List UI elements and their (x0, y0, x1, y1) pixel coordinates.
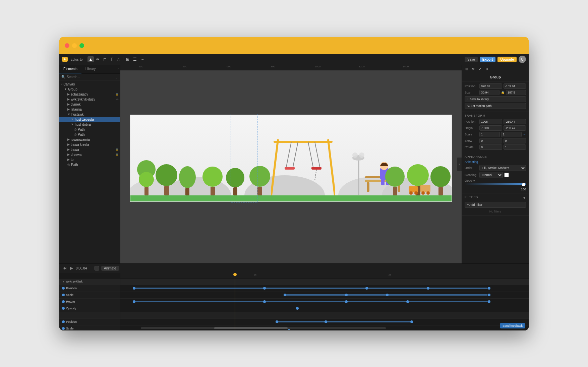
set-motion-btn[interactable]: ↝ Set motion path (465, 103, 526, 109)
shape-tool[interactable]: ◻ (102, 56, 108, 62)
tl-kf[interactable] (406, 300, 409, 303)
layer-path1[interactable]: ◎ Path (59, 127, 120, 132)
tree-4 (202, 167, 223, 195)
transform-tool[interactable]: ⊞ (125, 56, 131, 62)
more-tool[interactable]: ⋯ (139, 56, 146, 62)
layer-dymek[interactable]: ▶ dymek (59, 102, 120, 107)
add-filter-btn[interactable]: + Add Filter (465, 202, 526, 208)
minimize-button[interactable] (72, 43, 77, 48)
tl-kf[interactable] (386, 294, 389, 296)
send-feedback-btn[interactable]: Send feedback (500, 323, 525, 328)
layer-path2[interactable]: ◎ Path (59, 132, 120, 137)
t-pos-x[interactable]: 1008 (479, 119, 502, 124)
tl-kf[interactable] (410, 320, 413, 323)
ruler-horizontal: 200 400 600 800 1000 1200 1400 (120, 65, 462, 70)
timeline-loop-icon[interactable] (95, 266, 99, 270)
layer-latarnia[interactable]: ▶ latarnia (59, 107, 120, 112)
pos-x-value[interactable]: 970.07 (479, 83, 502, 89)
scale-x[interactable]: 1 (479, 132, 500, 137)
canvas-area[interactable]: 200 400 600 800 1000 1200 1400 (120, 65, 462, 263)
tl-kf[interactable] (488, 287, 490, 290)
svg-line-11 (308, 142, 313, 167)
layer-zglaszajacy[interactable]: ▶ zglaszajacy 🔒 (59, 92, 120, 97)
tl-kf[interactable] (263, 287, 266, 290)
size-h-value[interactable]: 187.5 (506, 90, 526, 95)
layer-to[interactable]: ▶ to (59, 157, 120, 162)
pos-y-value[interactable]: -159.94 (504, 83, 526, 89)
layer-hust-dobra[interactable]: ▼ hust-dobra (59, 122, 120, 127)
blending-select[interactable]: Normal (479, 172, 503, 178)
tl-kf[interactable] (488, 300, 490, 303)
skew-x[interactable]: 0 (479, 138, 502, 143)
order-select[interactable]: Fill, Stroke, Markers (479, 165, 526, 171)
collapse-icon[interactable]: ▼ (62, 280, 65, 283)
layer-drzewa[interactable]: ▶ drzewa 🔒 (59, 152, 120, 157)
save-button[interactable]: Save (465, 57, 478, 62)
color-swatch[interactable] (504, 173, 509, 177)
tl-kf[interactable] (296, 307, 299, 310)
tl-kf[interactable] (284, 294, 286, 296)
layer-hustawki[interactable]: ▼ hustawki (59, 112, 120, 117)
animate-btn[interactable]: Animate (101, 266, 119, 271)
rotate-val[interactable]: 0 (479, 144, 502, 150)
tl-kf[interactable] (365, 287, 368, 290)
svg-line-14 (315, 170, 316, 180)
tl-kf[interactable] (276, 320, 278, 323)
text-tool[interactable]: T (109, 56, 114, 62)
timeline-play-btn[interactable]: ▶ (69, 265, 74, 271)
origin-y[interactable]: -230.47 (504, 125, 526, 131)
layer-group[interactable]: ▼ Group (59, 87, 120, 92)
origin-x[interactable]: -1008 (479, 125, 502, 131)
hand-tool[interactable]: ☆ (115, 56, 122, 62)
pen-tool[interactable]: ✏ (95, 56, 101, 62)
tl-kf[interactable] (263, 300, 266, 303)
tl-kf[interactable] (488, 294, 490, 296)
t-pos-y[interactable]: -230.47 (504, 119, 526, 124)
tl-kf[interactable] (325, 320, 327, 323)
opacity-slider-container[interactable] (465, 183, 526, 186)
close-button[interactable] (65, 43, 69, 48)
tab-library[interactable]: Library (81, 65, 100, 73)
opacity-label: Opacity (465, 179, 478, 182)
scale-y[interactable]: 1 (501, 132, 522, 137)
timeline-start-btn[interactable]: ⏮ (62, 265, 67, 271)
size-w-value[interactable]: 30.94 (479, 90, 499, 95)
rp-tool-1[interactable]: ⊞ (464, 66, 469, 71)
layer-canvas[interactable]: × Canvas (59, 82, 120, 87)
rp-tool-4[interactable]: ⊕ (484, 66, 489, 71)
panel-collapse[interactable]: › (116, 65, 120, 73)
tl-kf[interactable] (427, 287, 429, 290)
tab-elements[interactable]: Elements (59, 65, 81, 73)
layer-trawa[interactable]: ▶ trawa 🔒 (59, 147, 120, 152)
select-tool[interactable]: ▲ (87, 56, 94, 62)
rp-tool-2[interactable]: ↺ (471, 66, 476, 71)
layer-trawa-kresla[interactable]: ▶ trawa-kresla (59, 142, 120, 147)
collapse-right-icon[interactable]: › (457, 158, 462, 171)
link-scales-icon[interactable]: ↔ (523, 133, 526, 136)
layer-hust-zepsuta[interactable]: ▼ hust-zepsuta (59, 117, 120, 122)
tl-kf[interactable] (345, 294, 348, 296)
filters-expand-icon[interactable]: ▼ (523, 196, 526, 200)
layer-rownowarnia[interactable]: ▶ rownowarnia (59, 137, 120, 142)
timeline-playhead[interactable] (235, 273, 235, 330)
lock-ratio-icon[interactable]: 🔒 (501, 91, 505, 94)
tl-kf[interactable] (133, 287, 135, 290)
tl-kf[interactable] (345, 300, 348, 303)
opacity-thumb[interactable] (522, 183, 525, 186)
align-tool[interactable]: ☰ (132, 56, 138, 62)
tl-kf[interactable] (133, 300, 135, 303)
upgrade-button[interactable]: Upgrade (497, 57, 517, 62)
timeline-scrollbar[interactable] (141, 327, 386, 329)
tl-label-position1: Position (59, 285, 120, 292)
layer-path-root[interactable]: ◎ Path (59, 162, 120, 167)
layer-wykrzyknik[interactable]: ▶ wykrzyknik-duzy ✏ (59, 97, 120, 102)
rp-tool-3[interactable]: ⤢ (477, 66, 483, 71)
user-avatar[interactable]: U (519, 56, 526, 63)
skew-y[interactable]: 0 (504, 138, 526, 143)
scrollbar-thumb[interactable] (214, 327, 288, 329)
save-library-btn[interactable]: + Save to library (465, 96, 526, 102)
filter-icon[interactable]: ⋮ (115, 75, 118, 79)
export-button[interactable]: Export (480, 57, 496, 62)
maximize-button[interactable] (79, 43, 84, 48)
search-input[interactable] (67, 75, 113, 79)
